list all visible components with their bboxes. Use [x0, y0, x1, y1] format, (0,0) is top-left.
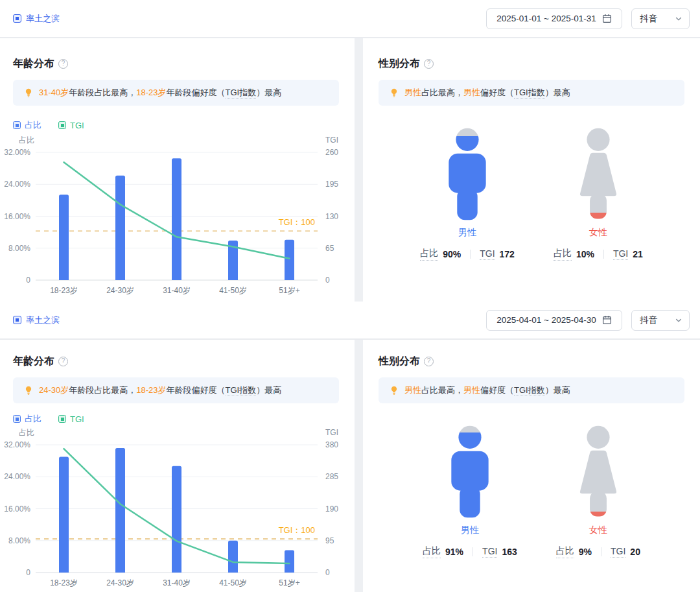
- tgi-term[interactable]: TGI: [480, 248, 495, 260]
- legend-item-tgi[interactable]: TGI: [58, 121, 84, 130]
- legend-bar-icon: [13, 121, 21, 129]
- tgi-term[interactable]: TGI: [613, 248, 628, 260]
- tgi-term[interactable]: TGI指数: [514, 88, 545, 99]
- brand-label: 率土之滨: [26, 13, 60, 25]
- insight-highlight: 男性: [463, 385, 480, 395]
- lightbulb-icon: [23, 385, 34, 396]
- calendar-icon: [602, 315, 612, 325]
- male-figure-icon: [435, 424, 505, 520]
- tgi-term[interactable]: TGI: [611, 546, 625, 558]
- gender-insight-2: 男性占比最高，男性偏好度（TGI指数）最高: [379, 377, 684, 403]
- calendar-icon: [602, 14, 612, 23]
- female-label: 女性: [589, 227, 607, 239]
- gender-title-2: 性别分布 ?: [379, 354, 687, 368]
- platform-value: 抖音: [640, 314, 657, 326]
- brand-tag[interactable]: 率土之滨: [13, 13, 60, 25]
- insight-text: ）最高: [545, 385, 570, 395]
- lightbulb-icon: [389, 385, 399, 396]
- male-stats-column: 男性 占比91% TGI163: [423, 424, 517, 558]
- brand-checkbox-icon: [13, 316, 21, 324]
- insight-highlight: 18-23岁: [136, 385, 166, 395]
- brand-tag[interactable]: 率土之滨: [13, 314, 60, 326]
- insight-text: 偏好度（: [480, 88, 514, 97]
- female-tgi-value: 21: [633, 249, 643, 259]
- svg-text:24.00%: 24.00%: [4, 472, 30, 481]
- tgi-term[interactable]: TGI指数: [514, 385, 545, 396]
- insight-text: 偏好度（: [480, 385, 514, 395]
- svg-text:95: 95: [325, 536, 334, 545]
- male-stats-column: 男性 占比90% TGI172: [420, 126, 515, 261]
- age-insight-1: 31-40岁年龄段占比最高，18-23岁年龄段偏好度（TGI指数）最高: [13, 80, 339, 106]
- brand-label: 率土之滨: [26, 314, 60, 326]
- male-label: 男性: [461, 525, 479, 536]
- section1-content: 年龄分布 ? 31-40岁年龄段占比最高，18-23岁年龄段偏好度（TGI指数）…: [0, 38, 700, 302]
- legend-label: 占比: [25, 413, 41, 425]
- svg-text:195: 195: [325, 180, 338, 189]
- age-distribution-chart-2[interactable]: 32.00%38024.00%28516.00%1908.00%9500占比TG…: [0, 427, 353, 591]
- gender-insight-1: 男性占比最高，男性偏好度（TGI指数）最高: [379, 80, 684, 106]
- age-distribution-chart-1[interactable]: 32.00%26024.00%19516.00%1308.00%6500占比TG…: [0, 134, 353, 299]
- svg-text:65: 65: [325, 244, 334, 253]
- age-panel-2: 年龄分布 ? 24-30岁年龄段占比最高，18-23岁年龄段偏好度（TGI指数）…: [0, 340, 355, 592]
- svg-text:18-23岁: 18-23岁: [50, 578, 78, 587]
- svg-text:18-23岁: 18-23岁: [50, 286, 78, 295]
- age-title-2: 年龄分布 ?: [13, 354, 342, 368]
- insight-text: 年龄段偏好度（: [167, 385, 226, 395]
- chart-legend-2: 占比 TGI: [13, 414, 355, 424]
- svg-text:0: 0: [26, 568, 30, 577]
- platform-select[interactable]: 抖音: [631, 8, 690, 29]
- svg-text:24-30岁: 24-30岁: [106, 578, 134, 587]
- svg-text:31-40岁: 31-40岁: [163, 578, 191, 587]
- help-icon[interactable]: ?: [424, 357, 434, 366]
- svg-text:190: 190: [325, 504, 338, 514]
- tgi-term[interactable]: TGI指数: [226, 385, 257, 396]
- svg-text:0: 0: [325, 276, 330, 285]
- legend-label: TGI: [70, 121, 84, 130]
- female-figure-icon: [563, 424, 633, 520]
- svg-text:32.00%: 32.00%: [4, 440, 30, 449]
- svg-text:TGI: TGI: [325, 136, 338, 145]
- insight-highlight: 男性: [463, 88, 480, 97]
- legend-item-ratio[interactable]: 占比: [13, 413, 41, 425]
- insight-highlight: 18-23岁: [136, 88, 166, 97]
- tgi-term[interactable]: TGI: [482, 546, 497, 558]
- ratio-term[interactable]: 占比: [554, 248, 572, 261]
- svg-text:41-50岁: 41-50岁: [219, 578, 247, 587]
- panel-title-text: 年龄分布: [13, 56, 54, 71]
- insight-text: 占比最高，: [421, 385, 463, 395]
- svg-text:32.00%: 32.00%: [4, 148, 30, 157]
- date-range-value: 2025-04-01 ~ 2025-04-30: [496, 315, 596, 325]
- gender-title-1: 性别分布 ?: [379, 56, 687, 71]
- date-range-picker[interactable]: 2025-01-01 ~ 2025-01-31: [486, 8, 622, 29]
- male-stats: 占比91% TGI163: [423, 545, 517, 558]
- svg-text:24.00%: 24.00%: [4, 180, 30, 189]
- svg-text:占比: 占比: [19, 136, 34, 145]
- legend-line-icon: [58, 121, 66, 129]
- divider: [470, 250, 471, 259]
- ratio-term[interactable]: 占比: [420, 248, 438, 261]
- help-icon[interactable]: ?: [58, 59, 68, 69]
- ratio-term[interactable]: 占比: [556, 545, 574, 558]
- svg-text:占比: 占比: [19, 428, 34, 437]
- svg-text:130: 130: [325, 212, 338, 221]
- male-ratio-value: 90%: [443, 249, 461, 259]
- female-label: 女性: [589, 525, 607, 536]
- insight-text: ）最高: [256, 88, 281, 97]
- legend-line-icon: [58, 415, 66, 423]
- platform-select[interactable]: 抖音: [631, 310, 690, 331]
- svg-text:8.00%: 8.00%: [8, 536, 30, 545]
- date-range-picker[interactable]: 2025-04-01 ~ 2025-04-30: [486, 310, 622, 331]
- legend-item-ratio[interactable]: 占比: [13, 119, 41, 131]
- legend-bar-icon: [13, 415, 21, 423]
- help-icon[interactable]: ?: [424, 59, 434, 69]
- male-tgi-value: 163: [502, 547, 517, 557]
- help-icon[interactable]: ?: [58, 357, 68, 366]
- svg-text:0: 0: [325, 568, 330, 577]
- female-stats: 占比10% TGI21: [554, 248, 643, 261]
- tgi-term[interactable]: TGI指数: [226, 88, 257, 99]
- female-stats: 占比9% TGI20: [556, 545, 640, 558]
- legend-item-tgi[interactable]: TGI: [58, 414, 84, 424]
- female-ratio-value: 9%: [579, 547, 592, 557]
- ratio-term[interactable]: 占比: [423, 545, 441, 558]
- panel-title-text: 年龄分布: [13, 354, 54, 368]
